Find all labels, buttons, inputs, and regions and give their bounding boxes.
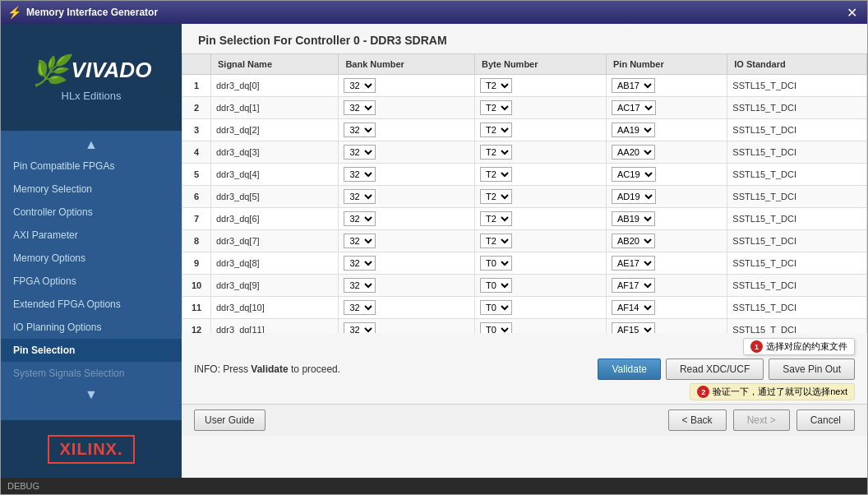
byte-select[interactable]: T2 [480,167,512,182]
byte-number-cell[interactable]: T0 [475,319,607,334]
byte-number-cell[interactable]: T2 [475,119,607,141]
pin-select[interactable]: AC17 [612,100,656,115]
user-guide-button[interactable]: User Guide [194,409,265,431]
pin-number-cell[interactable]: AB19 [606,208,727,230]
byte-select[interactable]: T0 [480,278,512,293]
sidebar-item-pin-selection[interactable]: Pin Selection [1,339,182,362]
table-row: 12 ddr3_dq[11] 32 T0 AF15 SSTL15_T_D [182,319,867,334]
byte-select[interactable]: T2 [480,100,512,115]
byte-number-cell[interactable]: T2 [475,208,607,230]
byte-number-cell[interactable]: T0 [475,275,607,297]
byte-select[interactable]: T2 [480,234,512,248]
pin-number-cell[interactable]: AD19 [606,186,727,208]
byte-select[interactable]: T2 [480,123,512,137]
bank-number-cell[interactable]: 32 [339,319,475,334]
bank-select[interactable]: 32 [344,278,376,293]
vivado-logo: 🌿 VIVADO [31,53,152,88]
pin-number-cell[interactable]: AB20 [606,230,727,252]
signal-name-cell: ddr3_dq[10] [211,297,339,319]
table-scroll[interactable]: Signal Name Bank Number Byte Number Pin … [182,53,867,333]
back-button[interactable]: < Back [668,409,727,431]
save-pin-button[interactable]: Save Pin Out [769,359,855,380]
bank-select[interactable]: 32 [344,211,376,226]
bank-number-cell[interactable]: 32 [339,208,475,230]
byte-select[interactable]: T2 [480,211,512,226]
bank-select[interactable]: 32 [344,189,376,204]
sidebar-item-extended-fpga[interactable]: Extended FPGA Options [1,293,182,316]
pin-number-cell[interactable]: AB17 [606,75,727,97]
bank-select[interactable]: 32 [344,100,376,115]
byte-select[interactable]: T2 [480,145,512,160]
pin-number-cell[interactable]: AF14 [606,297,727,319]
sidebar-item-controller-options[interactable]: Controller Options [1,201,182,224]
sidebar-item-io-planning[interactable]: IO Planning Options [1,316,182,339]
byte-select[interactable]: T0 [480,322,512,333]
bank-select[interactable]: 32 [344,167,376,182]
pin-select[interactable]: AE17 [612,256,655,271]
bank-number-cell[interactable]: 32 [339,186,475,208]
pin-number-cell[interactable]: AE17 [606,252,727,275]
pin-select[interactable]: AD19 [612,189,656,204]
bank-number-cell[interactable]: 32 [339,230,475,252]
sidebar-item-memory-selection[interactable]: Memory Selection [1,178,182,201]
pin-number-cell[interactable]: AA19 [606,119,727,141]
bank-number-cell[interactable]: 32 [339,252,475,275]
bank-select[interactable]: 32 [344,234,376,248]
bank-number-cell[interactable]: 32 [339,141,475,164]
bank-number-cell[interactable]: 32 [339,275,475,297]
byte-select[interactable]: T0 [480,256,512,271]
close-button[interactable]: ✕ [843,5,861,21]
byte-number-cell[interactable]: T2 [475,164,607,186]
bank-select[interactable]: 32 [344,300,376,315]
sidebar-item-axi-parameter[interactable]: AXI Parameter [1,224,182,247]
pin-number-cell[interactable]: AC17 [606,97,727,119]
pin-select[interactable]: AA20 [612,145,655,160]
sidebar-item-memory-options[interactable]: Memory Options [1,247,182,270]
sidebar-item-pin-compatible[interactable]: Pin Compatible FPGAs [1,155,182,178]
row-number: 6 [182,186,211,208]
pin-select[interactable]: AB17 [612,78,655,93]
pin-number-cell[interactable]: AF15 [606,319,727,334]
bank-number-cell[interactable]: 32 [339,97,475,119]
byte-number-cell[interactable]: T2 [475,186,607,208]
byte-number-cell[interactable]: T0 [475,252,607,275]
pin-number-cell[interactable]: AF17 [606,275,727,297]
cancel-button[interactable]: Cancel [796,409,855,431]
pin-number-cell[interactable]: AC19 [606,164,727,186]
byte-number-cell[interactable]: T2 [475,230,607,252]
byte-select[interactable]: T2 [480,78,512,93]
pin-select[interactable]: AF17 [612,278,655,293]
next-button[interactable]: Next > [733,409,790,431]
pin-select[interactable]: AC19 [612,167,656,182]
bank-select[interactable]: 32 [344,123,376,137]
bank-number-cell[interactable]: 32 [339,297,475,319]
bank-number-cell[interactable]: 32 [339,119,475,141]
bank-select[interactable]: 32 [344,322,376,333]
io-standard-cell: SSTL15_T_DCI [727,297,867,319]
byte-select[interactable]: T2 [480,189,512,204]
annotation1-box: 1 选择对应的约束文件 [743,338,855,355]
pin-number-cell[interactable]: AA20 [606,141,727,164]
sidebar-logo: 🌿 VIVADO HLx Editions [1,24,182,131]
table-row: 8 ddr3_dq[7] 32 T2 AB20 SSTL15_T_DCI [182,230,867,252]
pin-select[interactable]: AB19 [612,211,655,226]
pin-select[interactable]: AB20 [612,234,655,248]
pin-select[interactable]: AA19 [612,123,655,137]
byte-number-cell[interactable]: T0 [475,297,607,319]
byte-number-cell[interactable]: T2 [475,97,607,119]
read-xdc-button[interactable]: Read XDC/UCF [666,359,764,380]
bank-number-cell[interactable]: 32 [339,75,475,97]
bank-select[interactable]: 32 [344,256,376,271]
sidebar-item-fpga-options[interactable]: FPGA Options [1,270,182,293]
bank-select[interactable]: 32 [344,78,376,93]
byte-number-cell[interactable]: T2 [475,75,607,97]
row-number: 8 [182,230,211,252]
pin-select[interactable]: AF14 [612,300,655,315]
byte-number-cell[interactable]: T2 [475,141,607,164]
validate-button[interactable]: Validate [598,359,660,380]
byte-select[interactable]: T0 [480,300,512,315]
sidebar-item-system-signals[interactable]: System Signals Selection [1,362,182,385]
pin-select[interactable]: AF15 [612,322,655,333]
bank-number-cell[interactable]: 32 [339,164,475,186]
bank-select[interactable]: 32 [344,145,376,160]
